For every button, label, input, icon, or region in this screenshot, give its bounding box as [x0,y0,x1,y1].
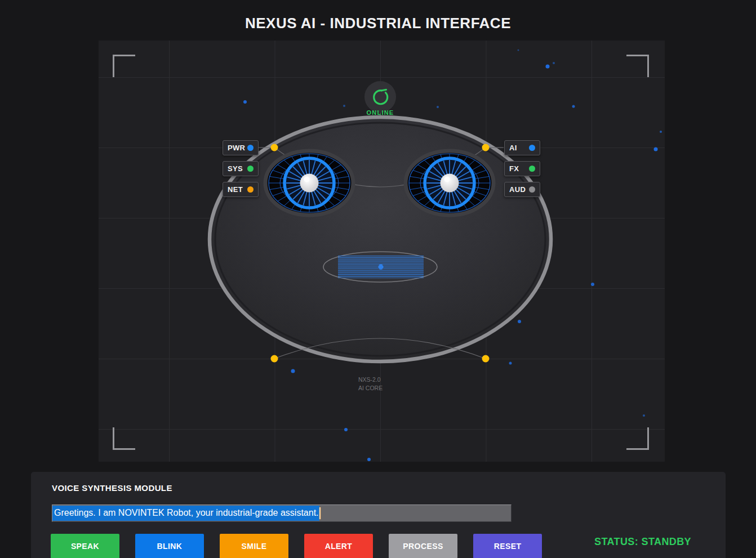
indicator-pwr: PWR [223,140,259,155]
indicator-label: AI [509,144,517,152]
indicator-fx: FX [504,161,540,176]
status-dot [247,166,254,172]
mouth [323,252,437,282]
smile-button[interactable]: SMILE [220,534,288,558]
status-dot [247,186,254,193]
alert-button[interactable]: ALERT [304,534,373,558]
page-title: NEXUS AI - INDUSTRIAL INTERFACE [0,15,756,32]
indicator-label: NET [228,185,243,194]
status-dot [529,145,535,151]
text-caret [319,507,321,519]
online-label: ONLINE [367,109,394,116]
right-eye [406,151,493,215]
core-label: NXS-2.0 AI CORE [358,376,383,391]
robot-canvas[interactable]: ONLINE [99,41,665,462]
status-dot [529,166,535,172]
process-button[interactable]: PROCESS [389,534,457,558]
speak-button[interactable]: SPEAK [51,534,119,558]
status-dot [247,145,254,151]
svg-text:NXS-2.0: NXS-2.0 [358,376,381,383]
voice-input-selected-text: Greetings. I am NOVINTEK Robot, your ind… [52,506,319,521]
blink-button[interactable]: BLINK [135,534,204,558]
robot-face: ONLINE [99,41,665,462]
indicator-aud: AUD [504,182,540,197]
indicator-label: PWR [228,144,245,152]
voice-synthesis-panel: VOICE SYNTHESIS MODULE Greetings. I am N… [31,472,726,558]
indicator-label: FX [509,164,519,173]
panel-heading: VOICE SYNTHESIS MODULE [52,483,172,493]
indicator-label: SYS [228,164,243,173]
status-dot [529,186,535,193]
svg-text:AI CORE: AI CORE [358,385,383,391]
head-outline [210,117,551,361]
reset-button[interactable]: RESET [473,534,542,558]
status-text: STATUS: STANDBY [594,536,691,548]
indicator-ai: AI [504,140,540,155]
action-button-row: SPEAK BLINK SMILE ALERT PROCESS RESET [51,534,542,558]
indicator-sys: SYS [223,161,259,176]
indicator-label: AUD [509,185,526,194]
indicator-net: NET [223,182,259,197]
left-eye [265,151,353,215]
online-badge: ONLINE [364,81,396,116]
voice-input[interactable]: Greetings. I am NOVINTEK Robot, your ind… [52,505,512,522]
